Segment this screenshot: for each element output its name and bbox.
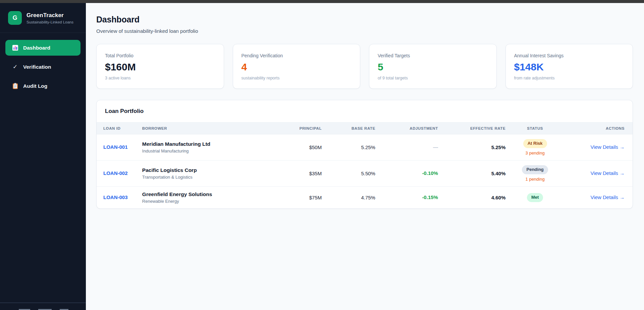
borrower-sector: Renewable Energy xyxy=(142,199,279,204)
stat-label: Annual Interest Savings xyxy=(514,53,625,58)
stat-card-pending-verification: Pending Verification 4 sustainability re… xyxy=(233,44,361,89)
stat-sublabel: of 9 total targets xyxy=(378,76,488,80)
sidebar-item-label: Verification xyxy=(23,64,51,70)
status-badge: Met xyxy=(527,193,543,202)
borrower-name: Meridian Manufacturing Ltd xyxy=(142,141,279,147)
brand-subtitle: Sustainability-Linked Loans xyxy=(26,20,73,24)
loan-id-link[interactable]: LOAN-003 xyxy=(103,194,128,200)
principal-value: $50M xyxy=(279,134,322,161)
adjustment-value: -0.15% xyxy=(422,194,438,200)
status-badge: Pending xyxy=(522,165,548,174)
stat-card-annual-interest-savings: Annual Interest Savings $148K from rate … xyxy=(505,44,633,89)
stat-sublabel: from rate adjustments xyxy=(514,76,625,80)
brand-title: GreenTracker xyxy=(26,12,73,19)
base-rate-value: 5.25% xyxy=(322,134,375,161)
col-header-base-rate: BASE RATE xyxy=(322,123,375,134)
main-content: Dashboard Overview of sustainability-lin… xyxy=(86,0,644,310)
pending-note: 1 pending xyxy=(505,177,565,182)
effective-rate-value: 5.25% xyxy=(438,134,505,161)
col-header-principal: PRINCIPAL xyxy=(279,123,322,134)
col-header-status: STATUS xyxy=(505,123,565,134)
stat-card-verified-targets: Verified Targets 5 of 9 total targets xyxy=(369,44,497,89)
stat-label: Total Portfolio xyxy=(105,53,215,58)
loan-portfolio-panel: Loan Portfolio LOAN ID BORROWER PRINCIPA… xyxy=(96,100,633,209)
effective-rate-value: 4.60% xyxy=(438,186,505,208)
checkmark-icon: ✓ xyxy=(12,64,18,70)
sidebar-item-label: Dashboard xyxy=(23,45,50,51)
view-details-link[interactable]: View Details → xyxy=(591,194,625,200)
borrower-name: Pacific Logistics Corp xyxy=(142,167,279,173)
principal-value: $75M xyxy=(279,186,322,208)
stat-label: Pending Verification xyxy=(241,53,352,58)
view-details-link[interactable]: View Details → xyxy=(591,144,625,150)
stat-cards: Total Portfolio $160M 3 active loans Pen… xyxy=(96,44,633,89)
col-header-effective-rate: EFFECTIVE RATE xyxy=(438,123,505,134)
loan-id-link[interactable]: LOAN-001 xyxy=(103,144,128,150)
panel-header: Loan Portfolio xyxy=(97,100,633,122)
page-subtitle: Overview of sustainability-linked loan p… xyxy=(96,28,633,34)
browser-chrome-strip xyxy=(0,0,644,3)
sidebar-item-verification[interactable]: ✓ Verification xyxy=(5,59,80,75)
borrower-sector: Industrial Manufacturing xyxy=(142,148,279,153)
brand: G GreenTracker Sustainability-Linked Loa… xyxy=(0,3,86,33)
table-row: LOAN-002 Pacific Logistics Corp Transpor… xyxy=(97,160,633,186)
col-header-actions: ACTIONS xyxy=(565,123,633,134)
stat-value: $148K xyxy=(514,62,625,72)
table-header-row: LOAN ID BORROWER PRINCIPAL BASE RATE ADJ… xyxy=(97,123,633,134)
stat-sublabel: 3 active loans xyxy=(105,76,215,80)
stat-card-total-portfolio: Total Portfolio $160M 3 active loans xyxy=(96,44,224,89)
stat-value: 5 xyxy=(378,62,488,72)
effective-rate-value: 5.40% xyxy=(438,160,505,186)
status-badge: At Risk xyxy=(523,139,547,148)
bar-chart-icon xyxy=(12,45,18,51)
stat-value: $160M xyxy=(105,62,215,72)
loan-table: LOAN ID BORROWER PRINCIPAL BASE RATE ADJ… xyxy=(97,122,633,208)
pending-note: 3 pending xyxy=(505,150,565,156)
principal-value: $35M xyxy=(279,160,322,186)
sidebar: G GreenTracker Sustainability-Linked Loa… xyxy=(0,3,86,310)
brand-logo: G xyxy=(8,11,22,25)
view-details-link[interactable]: View Details → xyxy=(591,170,625,176)
sidebar-footer xyxy=(0,303,86,310)
panel-title: Loan Portfolio xyxy=(105,108,624,115)
base-rate-value: 5.50% xyxy=(322,160,375,186)
borrower-name: Greenfield Energy Solutions xyxy=(142,191,279,197)
borrower-sector: Transportation & Logistics xyxy=(142,175,279,180)
sidebar-nav: Dashboard ✓ Verification Audit Log xyxy=(0,33,86,94)
adjustment-value: -0.10% xyxy=(422,170,438,176)
page-title: Dashboard xyxy=(96,15,633,24)
base-rate-value: 4.75% xyxy=(322,186,375,208)
table-row: LOAN-003 Greenfield Energy Solutions Ren… xyxy=(97,186,633,208)
clipboard-icon xyxy=(12,83,18,89)
brand-logo-letter: G xyxy=(12,14,17,21)
table-row: LOAN-001 Meridian Manufacturing Ltd Indu… xyxy=(97,134,633,161)
col-header-loan-id: LOAN ID xyxy=(97,123,142,134)
stat-value: 4 xyxy=(241,62,352,72)
sidebar-item-label: Audit Log xyxy=(23,83,47,89)
loan-id-link[interactable]: LOAN-002 xyxy=(103,170,128,176)
sidebar-item-dashboard[interactable]: Dashboard xyxy=(5,40,80,56)
brand-text: GreenTracker Sustainability-Linked Loans xyxy=(26,12,73,24)
col-header-adjustment: ADJUSTMENT xyxy=(375,123,438,134)
sidebar-item-audit-log[interactable]: Audit Log xyxy=(5,78,80,94)
adjustment-value: — xyxy=(433,144,438,150)
stat-label: Verified Targets xyxy=(378,53,488,58)
stat-sublabel: sustainability reports xyxy=(241,76,352,80)
col-header-borrower: BORROWER xyxy=(142,123,279,134)
